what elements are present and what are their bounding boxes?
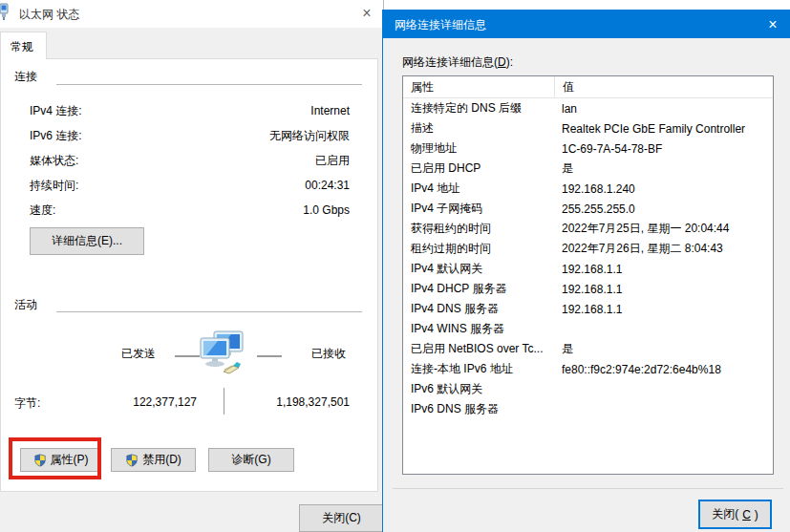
connection-status-row: 持续时间: 00:24:31 <box>30 173 350 198</box>
connection-group-line <box>56 84 362 85</box>
details-table-row[interactable]: IPv4 DNS 服务器 192.168.1.1 <box>403 299 773 319</box>
connection-row-value: 1.0 Gbps <box>303 203 350 217</box>
details-row-property: IPv4 WINS 服务器 <box>403 321 554 337</box>
network-details-dialog: 网络连接详细信息 × 网络连接详细信息(D): 属性 值 连接特定的 DNS 后… <box>382 10 790 532</box>
details-table-row[interactable]: 物理地址 1C-69-7A-54-78-BF <box>403 138 773 159</box>
details-row-property: 描述 <box>403 120 554 137</box>
details-row-property: 获得租约的时间 <box>403 221 554 237</box>
close-button-suffix: ) <box>755 508 758 521</box>
details-table-row[interactable]: 租约过期的时间 2022年7月26日, 星期二 8:04:43 <box>403 239 773 259</box>
close-icon[interactable]: × <box>356 3 377 24</box>
received-label: 已接收 <box>311 346 346 362</box>
connection-row-value: 已启用 <box>315 153 350 169</box>
disable-button-label: 禁用(D) <box>142 452 181 468</box>
details-table-row[interactable]: 获得租约的时间 2022年7月25日, 星期一 20:04:44 <box>403 219 773 239</box>
details-row-property: 已启用 DHCP <box>403 160 554 177</box>
connection-row-label: IPv6 连接: <box>30 128 82 144</box>
details-row-value: lan <box>554 102 773 116</box>
details-row-property: IPv6 DNS 服务器 <box>403 401 554 417</box>
tab-general-label: 常规 <box>11 40 33 53</box>
close-button[interactable]: 关闭(C) <box>698 500 772 529</box>
bytes-sent-value: 122,377,127 <box>77 395 197 409</box>
connection-status-list: IPv4 连接: Internet IPv6 连接: 无网络访问权限 媒体状态:… <box>30 98 350 223</box>
details-table-row[interactable]: IPv4 地址 192.168.1.240 <box>403 179 773 199</box>
details-table-row[interactable]: IPv6 默认网关 <box>403 379 773 399</box>
details-table-row[interactable]: IPv4 默认网关 192.168.1.1 <box>403 259 773 279</box>
details-row-property: 物理地址 <box>403 140 554 157</box>
details-table-row[interactable]: IPv4 DHCP 服务器 192.168.1.1 <box>403 279 773 299</box>
details-table: 属性 值 连接特定的 DNS 后缀 lan 描述 Realtek PCIe Gb… <box>402 75 774 475</box>
uac-shield-icon <box>33 454 47 467</box>
connection-row-value: Internet <box>310 104 350 117</box>
details-list-label-suffix: ): <box>506 55 513 69</box>
details-row-property: 已启用 NetBIOS over Tc... <box>403 341 554 357</box>
uac-shield-icon <box>125 454 139 467</box>
connection-row-label: IPv4 连接: <box>30 103 82 119</box>
details-table-body: 连接特定的 DNS 后缀 lan 描述 Realtek PCIe GbE Fam… <box>403 98 773 419</box>
property-column-header[interactable]: 属性 <box>403 79 554 96</box>
details-row-property: IPv6 默认网关 <box>403 381 554 397</box>
received-dash <box>257 355 282 357</box>
diagnose-button[interactable]: 诊断(G) <box>208 448 294 472</box>
details-row-value: 255.255.255.0 <box>554 202 773 216</box>
value-column-header[interactable]: 值 <box>554 76 773 97</box>
details-table-row[interactable]: IPv6 DNS 服务器 <box>403 399 773 419</box>
connection-row-value: 00:24:31 <box>305 179 350 192</box>
details-list-label-prefix: 网络连接详细信息( <box>402 55 498 69</box>
connection-row-label: 速度: <box>30 202 55 219</box>
close-button-prefix: 关闭( <box>712 506 738 522</box>
details-dialog-titlebar: 网络连接详细信息 × <box>383 11 790 38</box>
details-dialog-title: 网络连接详细信息 <box>395 17 486 33</box>
details-row-value: 192.168.1.1 <box>554 303 773 316</box>
connection-status-row: IPv4 连接: Internet <box>30 98 350 123</box>
details-row-value: 2022年7月26日, 星期二 8:04:43 <box>554 241 773 257</box>
details-table-row[interactable]: 描述 Realtek PCIe GbE Family Controller <box>403 118 773 138</box>
details-row-property: IPv4 DNS 服务器 <box>403 301 554 317</box>
details-table-row[interactable]: 已启用 DHCP 是 <box>403 159 773 179</box>
details-row-property: 连接特定的 DNS 后缀 <box>403 100 554 117</box>
details-table-row[interactable]: 连接特定的 DNS 后缀 lan <box>403 98 773 118</box>
activity-group-line <box>56 311 362 312</box>
tab-general[interactable]: 常规 <box>0 32 47 59</box>
details-row-property: IPv4 默认网关 <box>403 261 554 277</box>
details-list-label: 网络连接详细信息(D): <box>402 54 513 71</box>
close-button[interactable]: 关闭(C) <box>299 504 384 532</box>
disable-button[interactable]: 禁用(D) <box>111 448 196 472</box>
bytes-divider <box>224 388 224 415</box>
connection-row-value: 无网络访问权限 <box>269 128 350 144</box>
details-row-value: 是 <box>554 341 773 357</box>
ethernet-dialog-titlebar: 以太网 状态 × <box>0 0 383 28</box>
properties-button-label: 属性(P) <box>51 452 89 468</box>
network-computers-icon <box>195 330 248 379</box>
connection-group-label: 连接 <box>14 69 37 85</box>
footer-separator <box>393 488 783 489</box>
dialog-title: 以太网 状态 <box>19 7 79 23</box>
details-row-value: Realtek PCIe GbE Family Controller <box>554 122 773 136</box>
details-row-property: IPv4 DHCP 服务器 <box>403 281 554 297</box>
details-button[interactable]: 详细信息(E)... <box>30 227 144 255</box>
connection-row-label: 持续时间: <box>30 178 78 194</box>
sent-label: 已发送 <box>121 346 156 362</box>
connection-row-label: 媒体状态: <box>30 153 78 169</box>
details-row-value: 是 <box>554 160 773 177</box>
details-row-value: 1C-69-7A-54-78-BF <box>554 142 773 156</box>
details-table-row[interactable]: IPv4 WINS 服务器 <box>403 319 773 339</box>
details-table-row[interactable]: 连接-本地 IPv6 地址 fe80::f9c2:974e:2d72:6e4b%… <box>403 359 773 379</box>
ethernet-adapter-icon <box>0 3 11 20</box>
details-table-row[interactable]: 已启用 NetBIOS over Tc... 是 <box>403 339 773 359</box>
details-row-value: fe80::f9c2:974e:2d72:6e4b%18 <box>554 363 773 376</box>
details-row-value: 192.168.1.240 <box>554 182 773 196</box>
connection-status-row: 速度: 1.0 Gbps <box>30 198 350 223</box>
general-tab-page: 连接 IPv4 连接: Internet IPv6 连接: 无网络访问权限 媒体… <box>0 58 378 492</box>
details-row-property: IPv4 地址 <box>403 181 554 197</box>
details-table-row[interactable]: IPv4 子网掩码 255.255.255.0 <box>403 199 773 219</box>
close-button-mnemonic: C <box>742 508 751 521</box>
properties-button[interactable]: 属性(P) <box>20 448 101 472</box>
ethernet-status-dialog: 以太网 状态 × 常规 连接 IPv4 连接: Internet IPv6 连接… <box>0 0 384 532</box>
close-icon[interactable]: × <box>761 13 784 35</box>
bytes-label: 字节: <box>14 395 40 412</box>
details-row-property: 连接-本地 IPv6 地址 <box>403 361 554 377</box>
details-table-header: 属性 值 <box>403 76 773 98</box>
details-row-value: 2022年7月25日, 星期一 20:04:44 <box>554 221 773 237</box>
connection-status-row: 媒体状态: 已启用 <box>30 148 350 173</box>
